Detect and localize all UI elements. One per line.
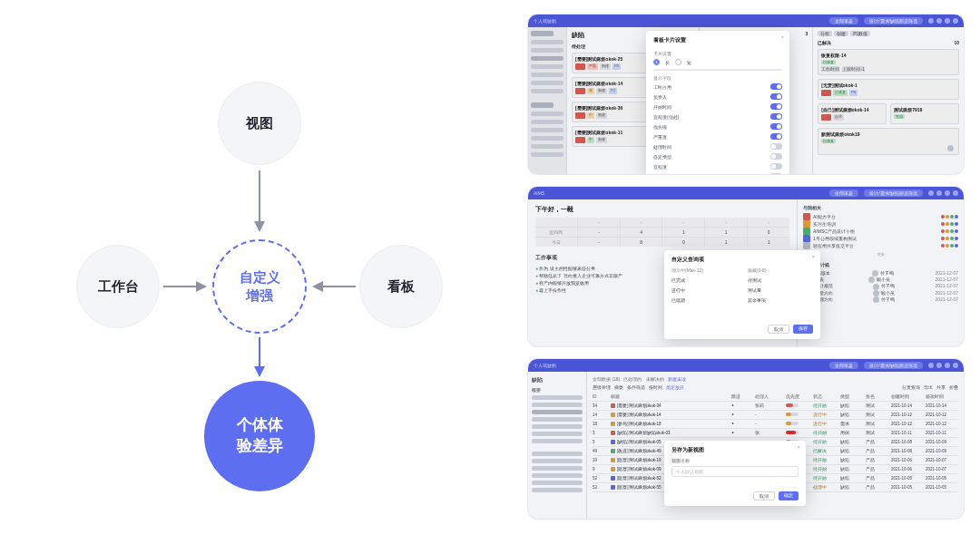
cancel-button[interactable]: 取消 — [753, 491, 775, 500]
topbar-badge[interactable]: 全部落盘 — [829, 189, 858, 197]
kanban-card[interactable]: [无责]测试okok-1 已修复P0 — [818, 79, 959, 100]
toggle[interactable] — [770, 103, 782, 110]
table-row[interactable]: 14[需要]测试麻烦okok-14∘-进行中缺陷测试2021-10-122021… — [593, 411, 958, 420]
topbar-badge-2[interactable]: 设计/需求/缺陷跟进筛选 — [864, 17, 923, 24]
design-row[interactable]: · 视觉设计规范付子鸣2021-12-07 — [803, 283, 958, 289]
sidebar-item[interactable] — [531, 81, 564, 85]
bell-icon[interactable] — [936, 190, 942, 196]
toggle[interactable] — [770, 163, 782, 170]
toggle[interactable] — [770, 123, 782, 130]
tab-handled[interactable]: 已处理的 — [623, 376, 642, 382]
kanban-card[interactable]: 新测试麻烦okok19 已修复 — [818, 128, 959, 155]
sidebar-item[interactable] — [532, 424, 583, 429]
toggle[interactable] — [770, 173, 782, 174]
radio-long[interactable] — [653, 59, 660, 65]
topbar-badge[interactable]: 全部落盘 — [829, 362, 858, 369]
close-icon[interactable]: × — [780, 34, 784, 40]
bell-icon[interactable] — [936, 363, 942, 368]
table-row[interactable]: 34[需要]测试麻烦okok-34∘张莉待开始缺陷测试2021-10-14202… — [593, 402, 958, 411]
sidebar-item[interactable] — [531, 48, 564, 53]
tab-all[interactable]: 全部数据 (18) — [593, 376, 620, 382]
sidebar-item[interactable] — [531, 40, 564, 44]
project-item[interactable]: 1号公用领域重构测试 — [803, 235, 958, 242]
topbar-badge-2[interactable]: 设计/需求/缺陷跟进筛选 — [864, 189, 923, 197]
tool-column[interactable]: 按时列 — [649, 384, 662, 390]
design-row[interactable]: · 1.0定稿版本付子鸣2021-12-07 — [803, 270, 958, 277]
tool-filter[interactable]: 条件筛选 — [627, 384, 645, 390]
design-row[interactable]: · 内容列表顾小吴2021-12-07 — [803, 277, 958, 283]
sidebar-item[interactable] — [531, 152, 564, 157]
project-item[interactable]: AI能力平台 — [803, 213, 958, 220]
toggle[interactable] — [770, 113, 782, 120]
toggle[interactable] — [770, 133, 782, 140]
topbar-badge-2[interactable]: 设计/需求/缺陷跟进筛选 — [864, 362, 923, 369]
sidebar-item[interactable] — [532, 417, 583, 422]
toggle[interactable] — [770, 83, 782, 90]
search-icon[interactable] — [928, 18, 934, 24]
query-field[interactable]: 已延期 — [671, 297, 737, 303]
tool-expand[interactable]: 指定放开 — [666, 384, 684, 390]
project-item[interactable]: 轻应用共享提交平台 — [803, 242, 958, 249]
toggle[interactable] — [770, 143, 782, 150]
tab-unresolved[interactable]: 未解决的 — [646, 376, 664, 382]
chip-group[interactable]: 分组 — [818, 31, 832, 36]
sidebar-item[interactable] — [531, 64, 564, 69]
save-button[interactable]: 保存 — [793, 325, 813, 334]
table-row[interactable]: 3[缺陷]测试麻烦缺陷okok-03∘张待开始用例测试2021-10-11202… — [593, 429, 958, 438]
kanban-card[interactable]: [自己]测试麻烦okok-14 处理 — [818, 103, 887, 124]
sidebar-item[interactable] — [532, 403, 583, 407]
close-icon[interactable]: × — [797, 444, 800, 450]
help-icon[interactable] — [945, 190, 950, 196]
radio-short[interactable] — [675, 59, 681, 65]
sidebar-item[interactable] — [532, 473, 583, 478]
query-field[interactable]: 其余事项 — [748, 297, 813, 303]
sidebar-item[interactable] — [531, 128, 564, 132]
cancel-button[interactable]: 取消 — [768, 325, 789, 334]
table-row[interactable]: 18[参与]测试麻烦okok-18∘-进行中需求测试2021-10-122021… — [593, 420, 958, 429]
sidebar-item[interactable] — [532, 439, 583, 443]
topbar-badge[interactable]: 全部落盘 — [829, 17, 858, 24]
tool-tree[interactable]: 层级管理 — [593, 384, 611, 390]
design-row[interactable]: · 人物情感方向付子鸣2021-12-07 — [803, 296, 958, 303]
project-item[interactable]: AIMSC产品设计小组 — [803, 228, 958, 235]
ok-button[interactable]: 确定 — [779, 491, 799, 500]
sidebar-item[interactable] — [532, 452, 583, 456]
sidebar-item[interactable] — [531, 136, 564, 141]
more-link[interactable]: 更多 — [803, 252, 958, 257]
sidebar-item[interactable] — [532, 395, 583, 400]
bell-icon[interactable] — [936, 18, 942, 24]
view-name-input[interactable]: 个人默认视图 — [671, 466, 799, 477]
kanban-card[interactable]: 恢复权限-14 已修复 工作时间 上限时间-1 — [818, 49, 959, 75]
sidebar-item[interactable] — [532, 481, 583, 485]
sidebar-item[interactable] — [531, 56, 564, 61]
sidebar-item[interactable] — [531, 144, 564, 149]
search-icon[interactable] — [928, 190, 934, 196]
query-field[interactable]: 待测试 — [748, 277, 813, 283]
query-field[interactable]: 进行中 — [671, 287, 737, 293]
query-field[interactable]: 已完成 — [671, 277, 737, 283]
sidebar-item[interactable] — [531, 120, 564, 124]
chip-create[interactable]: 创建 — [834, 31, 848, 36]
tool-digest[interactable]: 摘要 — [614, 384, 623, 390]
chip-p[interactable]: P1数值 — [850, 31, 870, 36]
kanban-card[interactable]: 测试麻烦7919 完成 — [890, 103, 959, 124]
search-icon[interactable] — [928, 363, 934, 368]
sidebar-item[interactable] — [531, 112, 564, 116]
sidebar-item[interactable] — [532, 459, 583, 463]
toggle[interactable] — [770, 153, 782, 160]
sidebar-item[interactable] — [532, 432, 583, 436]
avatar-icon[interactable] — [953, 363, 958, 368]
tool-collapse[interactable]: 折叠 — [949, 384, 958, 390]
tool-share[interactable]: 共享 — [936, 384, 946, 390]
avatar-icon[interactable] — [953, 190, 958, 196]
avatar-icon[interactable] — [953, 18, 958, 24]
sidebar-item[interactable] — [532, 488, 583, 492]
sidebar-item[interactable] — [531, 89, 564, 93]
query-field[interactable]: 测试量 — [748, 287, 813, 293]
sidebar-item[interactable] — [532, 466, 583, 471]
help-icon[interactable] — [945, 18, 950, 24]
toggle[interactable] — [770, 93, 782, 100]
help-icon[interactable] — [945, 363, 950, 368]
tab-unread[interactable]: 新建未读 — [668, 376, 686, 382]
project-item[interactable]: 实习生培训 — [803, 220, 958, 228]
